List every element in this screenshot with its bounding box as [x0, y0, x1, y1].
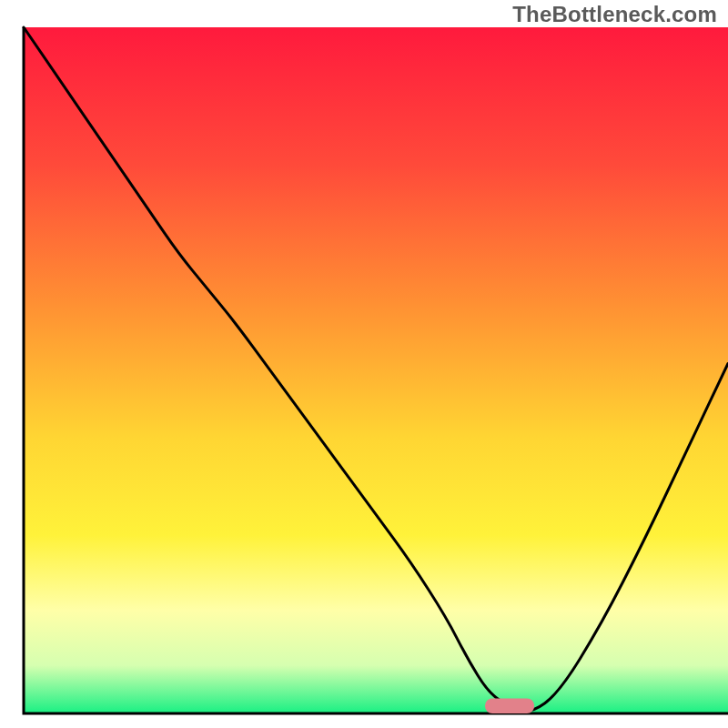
plot-background [24, 27, 728, 713]
watermark-text: TheBottleneck.com [512, 2, 717, 27]
bottleneck-chart [0, 0, 728, 728]
chart-frame: TheBottleneck.com [0, 0, 728, 728]
optimum-marker [485, 698, 534, 713]
